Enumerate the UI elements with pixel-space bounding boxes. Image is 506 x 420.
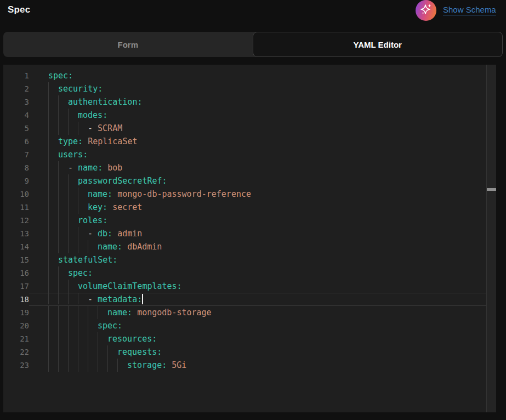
code-content[interactable]: - db: admin bbox=[29, 227, 496, 240]
line-number: 20 bbox=[3, 319, 29, 332]
line-number: 19 bbox=[3, 306, 29, 319]
line-number: 14 bbox=[3, 240, 29, 253]
code-content[interactable]: name: dbAdmin bbox=[29, 240, 496, 253]
spec-page: Spec Show Schema Form YAML Editor 1spec:… bbox=[0, 0, 506, 420]
code-content[interactable]: passwordSecretRef: bbox=[29, 174, 496, 188]
line-number: 4 bbox=[3, 109, 29, 122]
code-content[interactable]: name: mongo-db-password-reference bbox=[29, 188, 496, 201]
code-line[interactable]: 13- db: admin bbox=[3, 227, 496, 240]
code-line[interactable]: 4modes: bbox=[3, 109, 496, 122]
code-content[interactable]: volumeClaimTemplates: bbox=[29, 280, 496, 293]
code-line[interactable]: 10name: mongo-db-password-reference bbox=[3, 188, 496, 201]
code-line[interactable]: 16spec: bbox=[3, 266, 496, 280]
code-content[interactable]: key: secret bbox=[29, 201, 496, 214]
tab-form[interactable]: Form bbox=[3, 32, 253, 57]
yaml-code-editor[interactable]: 1spec:2security:3authentication:4modes:5… bbox=[3, 65, 496, 412]
code-line[interactable]: 18- metadata: bbox=[3, 293, 496, 306]
code-line[interactable]: 14name: dbAdmin bbox=[3, 240, 496, 253]
scroll-cursor-marker bbox=[487, 188, 496, 191]
code-line[interactable]: 22requests: bbox=[3, 345, 496, 359]
code-content[interactable]: name: mongodb-storage bbox=[29, 306, 496, 319]
line-number: 12 bbox=[3, 214, 29, 227]
line-number: 23 bbox=[3, 359, 29, 372]
code-line[interactable]: 3authentication: bbox=[3, 95, 496, 109]
code-content[interactable]: - SCRAM bbox=[29, 122, 496, 135]
code-line[interactable]: 8- name: bob bbox=[3, 161, 496, 174]
code-line[interactable]: 12roles: bbox=[3, 214, 496, 227]
line-number: 18 bbox=[3, 293, 29, 306]
line-number: 22 bbox=[3, 345, 29, 359]
code-content[interactable]: spec: bbox=[29, 319, 496, 332]
line-number: 17 bbox=[3, 280, 29, 293]
show-schema-link[interactable]: Show Schema bbox=[443, 5, 496, 14]
code-content[interactable]: type: ReplicaSet bbox=[29, 135, 496, 148]
code-line[interactable]: 17volumeClaimTemplates: bbox=[3, 280, 496, 293]
code-line[interactable]: 21resources: bbox=[3, 332, 496, 345]
line-number: 10 bbox=[3, 188, 29, 201]
sparkles-icon bbox=[419, 3, 433, 18]
code-line[interactable]: 19name: mongodb-storage bbox=[3, 306, 496, 319]
code-content[interactable]: resources: bbox=[29, 332, 496, 345]
line-number: 7 bbox=[3, 148, 29, 161]
line-number: 2 bbox=[3, 82, 29, 95]
code-line[interactable]: 20spec: bbox=[3, 319, 496, 332]
code-line[interactable]: 11key: secret bbox=[3, 201, 496, 214]
code-line[interactable]: 9passwordSecretRef: bbox=[3, 174, 496, 188]
code-content[interactable]: statefulSet: bbox=[29, 253, 496, 266]
code-line[interactable]: 6type: ReplicaSet bbox=[3, 135, 496, 148]
code-content[interactable]: spec: bbox=[29, 69, 496, 82]
code-content[interactable]: modes: bbox=[29, 109, 496, 122]
code-content[interactable]: requests: bbox=[29, 345, 496, 359]
code-content[interactable]: users: bbox=[29, 148, 496, 161]
line-number: 8 bbox=[3, 161, 29, 174]
line-number: 16 bbox=[3, 266, 29, 280]
tab-yaml-editor[interactable]: YAML Editor bbox=[253, 32, 503, 57]
code-content[interactable]: storage: 5Gi bbox=[29, 359, 496, 372]
line-number: 9 bbox=[3, 174, 29, 188]
line-number: 1 bbox=[3, 69, 29, 82]
code-content[interactable]: roles: bbox=[29, 214, 496, 227]
code-line[interactable]: 15statefulSet: bbox=[3, 253, 496, 266]
code-line[interactable]: 7users: bbox=[3, 148, 496, 161]
line-number: 13 bbox=[3, 227, 29, 240]
code-lines: 1spec:2security:3authentication:4modes:5… bbox=[3, 65, 496, 372]
line-number: 3 bbox=[3, 95, 29, 109]
code-line[interactable]: 5- SCRAM bbox=[3, 122, 496, 135]
line-number: 5 bbox=[3, 122, 29, 135]
header: Spec Show Schema bbox=[0, 0, 506, 32]
code-content[interactable]: - name: bob bbox=[29, 161, 496, 174]
view-mode-tabs: Form YAML Editor bbox=[3, 32, 503, 57]
code-line[interactable]: 23storage: 5Gi bbox=[3, 359, 496, 372]
editor-scrollbar[interactable] bbox=[486, 65, 496, 412]
code-line[interactable]: 2security: bbox=[3, 82, 496, 95]
page-title: Spec bbox=[8, 4, 30, 15]
ai-assist-button[interactable] bbox=[416, 0, 436, 21]
line-number: 11 bbox=[3, 201, 29, 214]
code-content[interactable]: security: bbox=[29, 82, 496, 95]
code-content[interactable]: authentication: bbox=[29, 95, 496, 109]
code-line[interactable]: 1spec: bbox=[3, 69, 496, 82]
line-number: 6 bbox=[3, 135, 29, 148]
text-cursor bbox=[142, 294, 143, 304]
line-number: 21 bbox=[3, 332, 29, 345]
code-content[interactable]: - metadata: bbox=[29, 293, 496, 306]
line-number: 15 bbox=[3, 253, 29, 266]
code-content[interactable]: spec: bbox=[29, 266, 496, 280]
